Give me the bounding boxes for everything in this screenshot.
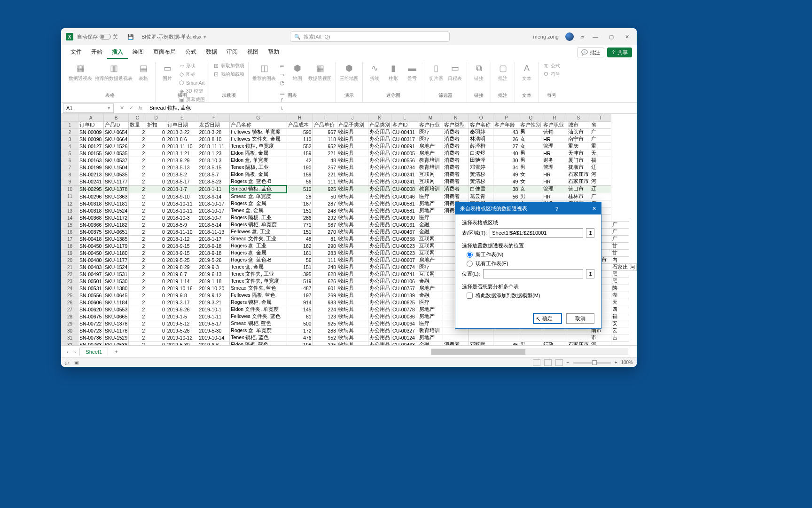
cell[interactable]: 2019-5-25 — [166, 257, 198, 264]
cell[interactable]: 269 — [312, 292, 337, 299]
cell[interactable]: 2018-5-14 — [198, 222, 230, 229]
cell[interactable]: 2 — [129, 341, 146, 346]
cell[interactable]: 2019-3-17 — [166, 299, 198, 306]
accept-formula-icon[interactable]: ✓ — [127, 105, 135, 111]
cell[interactable]: 2 — [129, 327, 146, 334]
cell[interactable]: 2 — [129, 292, 146, 299]
ribbon-符号[interactable]: Ω符号 — [543, 71, 560, 78]
field-header[interactable]: 发货日期 — [198, 122, 230, 129]
cancel-formula-icon[interactable]: ✕ — [117, 105, 126, 111]
ok-button[interactable]: ↖ 确定 — [533, 313, 562, 324]
cell[interactable]: 225 — [312, 341, 337, 346]
cell[interactable]: 办公用品 — [368, 320, 391, 327]
zoom-slider[interactable] — [573, 362, 611, 364]
cell[interactable]: Smead 盒, 单宽度 — [230, 193, 287, 200]
cell[interactable]: 0 — [146, 306, 166, 313]
cell[interactable]: 111 — [312, 257, 337, 264]
fx-icon[interactable]: fx — [136, 105, 145, 111]
cell[interactable]: 黑 — [611, 278, 629, 285]
cell[interactable]: 吉 — [611, 334, 629, 341]
cell[interactable]: SKU-1363 — [103, 193, 128, 200]
ribbon-图标[interactable]: ◇图标 — [178, 71, 205, 78]
cell[interactable]: 2018-11-10 — [166, 143, 198, 150]
range-picker-icon[interactable]: ↥ — [586, 228, 594, 238]
cell[interactable]: 广 — [611, 236, 629, 243]
row-header[interactable]: 26 — [62, 299, 78, 306]
field-header[interactable]: 客户类型 — [443, 122, 468, 129]
cell[interactable]: 2019-3-21 — [198, 299, 230, 306]
cell[interactable]: 天 — [590, 150, 611, 157]
cell[interactable]: 秦羽婷 — [468, 129, 493, 136]
cell[interactable]: SN-00450 — [78, 250, 104, 257]
cell[interactable]: SKU-1530 — [103, 278, 128, 285]
cell[interactable]: 2 — [129, 129, 146, 136]
row-header[interactable]: 18 — [62, 243, 78, 250]
cell[interactable]: SN-00199 — [78, 164, 104, 171]
cell[interactable]: CU-00005 — [391, 150, 418, 157]
cell[interactable]: 626 — [312, 278, 337, 285]
cell[interactable]: 2019-5-26 — [198, 257, 230, 264]
field-header[interactable]: 省 — [590, 122, 611, 129]
cell[interactable]: 2 — [129, 185, 146, 193]
cell[interactable]: 2 — [129, 178, 146, 186]
row-header[interactable]: 29 — [62, 320, 78, 327]
cell[interactable]: 0 — [146, 185, 166, 193]
ribbon-形状[interactable]: ▱形状 — [178, 62, 205, 70]
cell[interactable]: Tenex 锁柜, 蓝色 — [230, 334, 287, 341]
field-header[interactable]: 产品成本 — [287, 122, 312, 129]
cell[interactable]: 221 — [312, 171, 337, 178]
cell[interactable]: 行政 — [542, 341, 567, 346]
cell[interactable]: 女 — [519, 136, 542, 143]
cell[interactable]: 桂林市 — [567, 193, 590, 200]
cell[interactable]: 0 — [146, 157, 166, 164]
cell[interactable]: 消费者 — [443, 136, 468, 143]
cell[interactable]: SKU-1178 — [103, 327, 128, 334]
cell[interactable]: 2019-5-30 — [166, 341, 198, 346]
cell[interactable]: Fellowes 锁柜, 单宽度 — [230, 129, 287, 136]
cell[interactable]: SKU-1380 — [103, 285, 128, 292]
cell[interactable]: SKU-1177 — [103, 257, 128, 264]
row-header[interactable]: 19 — [62, 250, 78, 257]
menu-tab-插入[interactable]: 插入 — [107, 46, 128, 59]
cell[interactable]: Fellowes 文件夹, 金属 — [230, 136, 287, 143]
cell[interactable]: 2018-1-17 — [198, 236, 230, 243]
cell[interactable]: 黑 — [611, 271, 629, 278]
cell[interactable]: 2018-10-11 — [166, 200, 198, 207]
cell[interactable]: 办公用品 — [368, 129, 391, 136]
comments-button[interactable]: 💬 批注 — [577, 48, 604, 57]
cell[interactable]: 云 — [611, 327, 629, 334]
cell[interactable]: SN-00763 — [78, 341, 104, 346]
field-header[interactable]: 产品子类别 — [337, 122, 368, 129]
user-avatar-icon[interactable] — [565, 32, 574, 41]
ribbon-图片[interactable]: ▭图片 — [159, 62, 175, 82]
col-header[interactable]: H — [287, 114, 312, 122]
cell[interactable]: 0 — [146, 171, 166, 178]
cell[interactable]: 38 — [493, 185, 519, 193]
cell[interactable]: 葛云青 — [468, 193, 493, 200]
cell[interactable]: 金融 — [418, 278, 443, 285]
col-header[interactable]: I — [312, 114, 337, 122]
cell[interactable]: SKU-1526 — [103, 143, 128, 150]
cell[interactable]: 男 — [519, 193, 542, 200]
view-break-icon[interactable] — [555, 359, 563, 366]
cell[interactable]: SKU-1182 — [103, 222, 128, 229]
cell[interactable]: 收纳具 — [337, 214, 368, 222]
cell[interactable]: CU-00691 — [391, 143, 418, 150]
cell[interactable]: 221 — [312, 150, 337, 157]
cell[interactable]: 消费者 — [443, 129, 468, 136]
cell[interactable]: 159 — [287, 171, 312, 178]
cell[interactable]: 邓雪婷 — [468, 164, 493, 171]
row-header[interactable]: 25 — [62, 292, 78, 299]
ribbon-item[interactable]: ▁ — [279, 87, 287, 95]
ribbon-公式[interactable]: π公式 — [543, 62, 560, 70]
cell[interactable]: 2 — [129, 299, 146, 306]
cell[interactable]: 2 — [129, 229, 146, 236]
horizontal-scrollbar[interactable] — [431, 349, 628, 355]
cell[interactable] — [443, 334, 468, 341]
cell[interactable]: 2018-9-10 — [166, 193, 198, 200]
col-header[interactable]: D — [146, 114, 166, 122]
ribbon-item[interactable]: ⫬ — [279, 71, 287, 78]
cell[interactable]: 管理 — [542, 164, 567, 171]
cell[interactable]: 收纳具 — [337, 313, 368, 320]
cell[interactable]: 476 — [287, 334, 312, 341]
